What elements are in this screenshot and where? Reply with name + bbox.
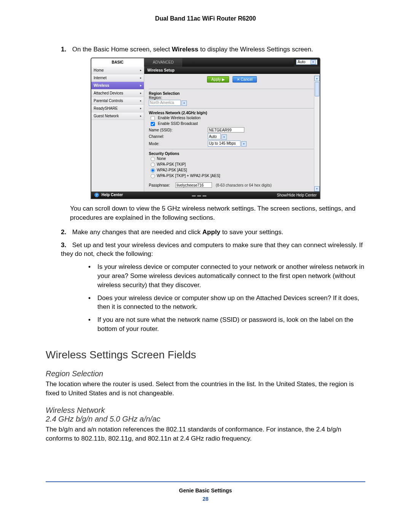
chevron-right-icon: ▸ xyxy=(140,76,142,80)
resize-handle-icon[interactable]: ▬▬▬ xyxy=(192,193,208,197)
passphrase-label: Passphrase: xyxy=(149,183,175,187)
passphrase-hint: (8-63 characters or 64 hex digits) xyxy=(216,183,272,187)
bullet-1: Is your wireless device or computer conn… xyxy=(88,262,365,289)
security-option-row: None xyxy=(150,157,315,161)
content-panel: Wireless Setup Apply ▶ ✕ Cancel Region S… xyxy=(144,67,320,192)
show-hide-help-link[interactable]: Show/Hide Help Center xyxy=(277,193,317,197)
step-3-bullets: Is your wireless device or computer conn… xyxy=(73,262,365,334)
enable-isolation-checkbox[interactable] xyxy=(151,116,155,120)
ssid-input[interactable] xyxy=(208,127,244,133)
sidebar-item-home[interactable]: Home▸ xyxy=(91,67,144,74)
security-option-radio[interactable] xyxy=(151,157,155,161)
scroll-down-icon[interactable]: ▾ xyxy=(314,186,320,192)
security-option-radio[interactable] xyxy=(151,174,155,178)
security-option-row: WPA-PSK [TKIP] + WPA2-PSK [AES] xyxy=(150,174,315,179)
step-1-text-c: to display the Wireless Settings screen. xyxy=(198,46,313,53)
scroll-track[interactable] xyxy=(314,81,320,187)
step-3: 3. Set up and test your wireless devices… xyxy=(61,241,365,259)
mode-select[interactable]: Up to 145 Mbps xyxy=(208,141,241,147)
help-center-label[interactable]: Help Center xyxy=(102,193,123,197)
region-value: North America xyxy=(150,101,174,105)
net24-heading: Wireless Network (2.4GHz b/g/n) xyxy=(149,111,315,115)
bullet-3: If you are not sure what the network nam… xyxy=(88,315,365,334)
chevron-right-icon: ▸ xyxy=(140,84,142,87)
sidebar-item-label: Home xyxy=(94,68,104,72)
chevron-down-icon: ▾ xyxy=(311,60,316,64)
footer-title: Genie Basic Settings xyxy=(46,487,365,494)
channel-select[interactable]: Auto xyxy=(208,133,221,139)
bullet-2: Does your wireless device or computer sh… xyxy=(88,294,365,312)
tab-filler xyxy=(182,58,294,67)
security-option-label: WPA2-PSK [AES] xyxy=(157,168,187,172)
language-select[interactable]: Auto ▾ xyxy=(296,59,317,65)
step-2-text-a: Make any changes that are needed and cli… xyxy=(72,228,202,236)
mode-label: Mode: xyxy=(149,142,208,146)
region-heading: Region Selection xyxy=(149,91,315,96)
tab-basic[interactable]: BASIC xyxy=(91,58,144,67)
step-1-followup: You can scroll down to view the 5 GHz wi… xyxy=(70,204,365,222)
sidebar-item-readyshare[interactable]: ReadySHARE▸ xyxy=(91,105,144,112)
step-1-text-a: On the Basic Home screen, select xyxy=(72,46,172,53)
step-1-bold: Wireless xyxy=(172,46,198,53)
sidebar-item-label: Wireless xyxy=(94,83,109,88)
chevron-down-icon: ▾ xyxy=(182,101,187,106)
subsection-region: Region Selection xyxy=(46,369,365,378)
sidebar-item-guest-network[interactable]: Guest Network▸ xyxy=(91,112,144,120)
chevron-right-icon: ▸ xyxy=(140,114,142,118)
section-heading: Wireless Settings Screen Fields xyxy=(46,349,365,361)
step-1: 1. On the Basic Home screen, select Wire… xyxy=(61,45,365,54)
wireless-network-description: The b/g/n and a/n notation references th… xyxy=(46,425,365,443)
chevron-down-icon: ▾ xyxy=(241,141,247,147)
help-icon: ? xyxy=(94,193,99,197)
scroll-up-icon[interactable]: ▴ xyxy=(314,76,320,81)
chevron-down-icon: ▾ xyxy=(221,134,227,140)
sidebar-item-wireless[interactable]: Wireless▸ xyxy=(91,82,144,89)
step-3-text: Set up and test your wireless devices an… xyxy=(61,241,363,258)
chevron-right-icon: ▸ xyxy=(140,99,142,102)
page-footer: Genie Basic Settings 28 xyxy=(46,481,365,502)
security-option-radio[interactable] xyxy=(151,163,155,167)
scrollbar[interactable]: ▴ ▾ xyxy=(314,76,320,192)
region-select[interactable]: North America xyxy=(149,100,181,106)
chevron-right-icon: ▸ xyxy=(140,91,142,95)
security-option-radio[interactable] xyxy=(151,168,155,173)
channel-label: Channel: xyxy=(149,134,208,139)
enable-isolation-label: Enable Wireless Isolation xyxy=(158,116,201,120)
sidebar: Home▸Internet▸Wireless▸Attached Devices▸… xyxy=(91,67,144,192)
subsection-wireless-network: Wireless Network 2.4 GHz b/g/n and 5.0 G… xyxy=(46,406,365,423)
step-1-number: 1. xyxy=(61,45,70,54)
security-option-label: WPA-PSK [TKIP] + WPA2-PSK [AES] xyxy=(157,174,220,178)
ssid-label: Name (SSID): xyxy=(149,128,208,132)
panel-title: Wireless Setup xyxy=(144,67,320,74)
sidebar-item-parental-controls[interactable]: Parental Controls▸ xyxy=(91,97,144,105)
page-number: 28 xyxy=(46,496,365,502)
step-2: 2. Make any changes that are needed and … xyxy=(61,228,365,237)
subsection-wireless-line1: Wireless Network xyxy=(46,406,105,414)
apply-button[interactable]: Apply ▶ xyxy=(207,76,229,83)
subsection-wireless-line2: 2.4 GHz b/g/n and 5.0 GHz a/n/ac xyxy=(46,415,160,423)
sidebar-item-label: Parental Controls xyxy=(94,99,123,103)
security-option-label: WPA-PSK [TKIP] xyxy=(157,162,186,166)
sidebar-item-label: Attached Devices xyxy=(94,91,123,95)
scroll-thumb[interactable] xyxy=(315,82,319,96)
sidebar-item-label: Internet xyxy=(94,76,107,80)
tab-advanced[interactable]: ADVANCED xyxy=(144,58,182,67)
router-ui-screenshot: BASIC ADVANCED Auto ▾ Home▸Internet▸Wire… xyxy=(91,58,320,199)
step-2-text-c: to save your settings. xyxy=(220,228,283,236)
divider xyxy=(149,149,315,149)
sidebar-item-label: Guest Network xyxy=(94,114,119,118)
step-3-number: 3. xyxy=(61,241,70,250)
security-option-label: None xyxy=(157,157,166,161)
cancel-button[interactable]: ✕ Cancel xyxy=(233,76,257,83)
help-bar: ? Help Center ▬▬▬ Show/Hide Help Center xyxy=(91,192,320,198)
toolbar: Apply ▶ ✕ Cancel xyxy=(144,74,320,86)
passphrase-input[interactable] xyxy=(175,182,212,188)
divider xyxy=(149,108,315,109)
sidebar-item-internet[interactable]: Internet▸ xyxy=(91,74,144,82)
region-label: Region: xyxy=(149,96,315,100)
security-option-row: WPA-PSK [TKIP] xyxy=(150,162,315,167)
security-heading: Security Options xyxy=(149,152,315,156)
chevron-right-icon: ▸ xyxy=(140,107,142,110)
sidebar-item-attached-devices[interactable]: Attached Devices▸ xyxy=(91,89,144,97)
enable-ssid-broadcast-checkbox[interactable] xyxy=(151,122,155,126)
